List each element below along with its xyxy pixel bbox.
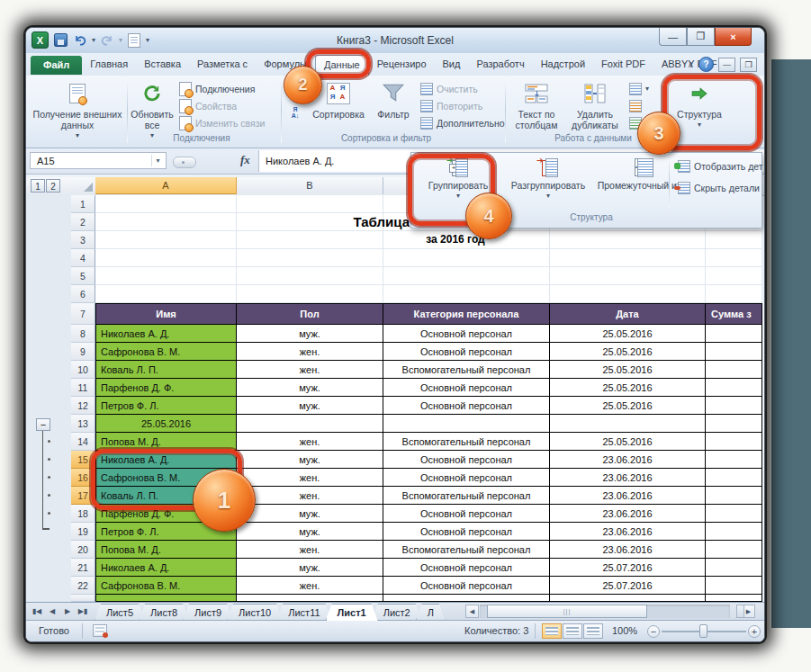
date-cell[interactable]: 25.07.2016 xyxy=(550,577,706,595)
sum-cell[interactable] xyxy=(706,415,762,433)
empty-cell[interactable] xyxy=(237,249,383,267)
name-cell[interactable]: Попова М. Д. xyxy=(95,541,237,559)
empty-cell[interactable] xyxy=(706,231,762,249)
sheet-tab[interactable]: Л xyxy=(416,604,446,621)
gender-cell[interactable] xyxy=(237,415,383,433)
close-button[interactable]: × xyxy=(715,28,752,46)
category-cell[interactable]: Основной персонал xyxy=(383,505,550,523)
name-cell[interactable]: Николаев А. Д. xyxy=(95,451,237,469)
filter-button[interactable]: Фильтр xyxy=(372,77,415,120)
ribbon-tab[interactable]: Вставка xyxy=(136,55,189,74)
date-cell[interactable]: 23.06.2016 xyxy=(550,523,706,541)
empty-cell[interactable] xyxy=(383,267,550,285)
category-cell[interactable]: Вспомогательный персонал xyxy=(383,433,550,451)
gender-cell[interactable]: муж. xyxy=(237,397,383,415)
row-header[interactable]: 14 xyxy=(71,433,95,451)
row-header[interactable]: 21 xyxy=(71,559,95,577)
date-cell[interactable]: 25.05.2016 xyxy=(550,433,706,451)
row-header[interactable]: 18 xyxy=(71,505,95,523)
gender-cell[interactable]: муж. xyxy=(237,451,383,469)
sheet-tab[interactable]: Лист10 xyxy=(227,604,283,621)
table-header-cell[interactable]: Сумма з xyxy=(706,303,762,325)
scrollbar-track[interactable] xyxy=(480,605,730,618)
column-header-B[interactable]: B xyxy=(237,177,383,194)
name-cell[interactable]: Сафронова В. М. xyxy=(95,577,237,595)
undo-caret-icon[interactable]: ▾ xyxy=(92,36,95,44)
category-cell[interactable]: Основной персонал xyxy=(383,343,550,361)
empty-cell[interactable] xyxy=(383,249,550,267)
gender-cell[interactable]: муж. xyxy=(237,379,383,397)
sum-cell[interactable] xyxy=(706,541,762,559)
date-cell[interactable]: 25.07.2016 xyxy=(550,559,706,577)
tab-split-grip[interactable] xyxy=(736,605,744,618)
date-cell[interactable] xyxy=(550,595,706,602)
excel-logo-icon[interactable]: X xyxy=(32,31,49,49)
row-header[interactable]: 1 xyxy=(71,195,95,213)
category-cell[interactable]: Основной персонал xyxy=(383,469,550,487)
ribbon-tab[interactable]: Главная xyxy=(82,55,136,74)
redo-button[interactable] xyxy=(99,32,115,49)
get-external-data-button[interactable]: Получение внешних данных ▾ xyxy=(31,77,124,141)
sheet-tab[interactable]: Лист1 xyxy=(326,604,378,621)
category-cell[interactable]: Вспомогательный персонал xyxy=(383,541,550,559)
row-header[interactable]: 4 xyxy=(71,249,95,267)
empty-cell[interactable] xyxy=(95,285,237,303)
collapse-ribbon-icon[interactable]: ∧ xyxy=(688,59,694,69)
category-cell[interactable] xyxy=(383,595,550,602)
gender-cell[interactable]: жен. xyxy=(237,343,383,361)
normal-view-button[interactable] xyxy=(542,623,562,639)
empty-cell[interactable] xyxy=(95,267,237,285)
row-header[interactable] xyxy=(71,595,95,602)
sheet-tab[interactable]: Лист11 xyxy=(276,604,331,621)
select-all-corner[interactable] xyxy=(71,177,96,194)
sum-cell[interactable] xyxy=(706,559,762,577)
macro-record-icon[interactable] xyxy=(93,624,107,637)
formula-bar-grip[interactable] xyxy=(173,157,196,168)
gender-cell[interactable]: жен. xyxy=(237,469,383,487)
empty-cell[interactable] xyxy=(706,285,762,303)
empty-cell[interactable] xyxy=(550,231,706,249)
row-header[interactable]: 9 xyxy=(71,343,95,361)
name-cell[interactable]: Николаев А. Д. xyxy=(95,325,237,343)
sum-cell[interactable] xyxy=(706,433,762,451)
ribbon-tab[interactable]: Foxit PDF xyxy=(593,55,653,74)
sum-cell[interactable] xyxy=(706,505,762,523)
name-box[interactable]: A15 ▾ xyxy=(30,152,167,169)
empty-cell[interactable] xyxy=(95,231,237,249)
date-cell[interactable]: 23.06.2016 xyxy=(550,469,706,487)
row-header[interactable]: 15 xyxy=(71,451,95,469)
last-sheet-icon[interactable]: ▶▮ xyxy=(76,605,90,618)
table-header-cell[interactable]: Имя xyxy=(95,303,237,325)
column-header-A[interactable]: A xyxy=(95,177,237,194)
ribbon-small-item[interactable]: Дополнительно xyxy=(420,115,510,130)
empty-cell[interactable] xyxy=(237,231,383,249)
gender-cell[interactable]: муж. xyxy=(237,559,383,577)
insert-function-button[interactable]: fx xyxy=(240,153,250,167)
row-header[interactable]: 10 xyxy=(71,361,95,379)
help-icon[interactable]: ? xyxy=(698,57,714,72)
gender-cell[interactable]: муж. xyxy=(237,505,383,523)
outline-collapse-button[interactable]: − xyxy=(36,418,50,431)
gender-cell[interactable]: муж. xyxy=(237,325,383,343)
category-cell[interactable]: Основной персонал xyxy=(383,397,550,415)
category-cell[interactable]: Основной персонал xyxy=(383,325,550,343)
gender-cell[interactable]: жен. xyxy=(237,577,383,595)
row-header[interactable]: 6 xyxy=(71,285,95,303)
name-cell[interactable]: Парфенов Д. Ф. xyxy=(95,379,237,397)
gender-cell[interactable] xyxy=(237,595,383,602)
row-header[interactable]: 11 xyxy=(71,379,95,397)
gender-cell[interactable]: жен. xyxy=(237,541,383,559)
name-cell[interactable]: Николаев А. Д. xyxy=(95,559,237,577)
gender-cell[interactable]: жен. xyxy=(237,361,383,379)
date-cell[interactable]: 25.05.2016 xyxy=(550,361,706,379)
category-cell[interactable]: Вспомогательный персонал xyxy=(383,361,550,379)
data-validation-button[interactable]: ▾ xyxy=(629,81,662,96)
date-cell[interactable]: 23.06.2016 xyxy=(550,487,706,505)
subtotal-button[interactable]: ++ Промежуточный итог xyxy=(597,154,690,191)
first-sheet-icon[interactable]: ▮◀ xyxy=(30,605,44,618)
workbook-restore-icon[interactable]: ❒ xyxy=(740,58,757,72)
empty-cell[interactable] xyxy=(237,285,383,303)
row-header[interactable]: 13 xyxy=(71,415,95,433)
prev-sheet-icon[interactable]: ◀ xyxy=(45,605,59,618)
refresh-all-button[interactable]: Обновить все ▾ xyxy=(129,77,176,141)
